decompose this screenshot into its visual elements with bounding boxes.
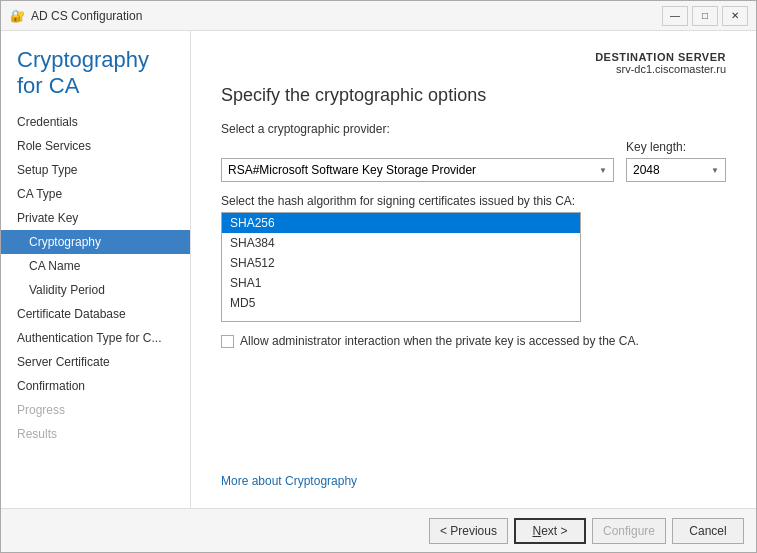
- admin-interaction-row: Allow administrator interaction when the…: [221, 334, 726, 348]
- window-title: AD CS Configuration: [31, 9, 662, 23]
- close-button[interactable]: ✕: [722, 6, 748, 26]
- sidebar-item-validity-period[interactable]: Validity Period: [1, 278, 190, 302]
- key-length-dropdown[interactable]: 2048 ▼: [626, 158, 726, 182]
- provider-dropdown-container: RSA#Microsoft Software Key Storage Provi…: [221, 158, 614, 182]
- cancel-button[interactable]: Cancel: [672, 518, 744, 544]
- hash-item-sha384[interactable]: SHA384: [222, 233, 580, 253]
- hash-item-sha512[interactable]: SHA512: [222, 253, 580, 273]
- link-row: More about Cryptography: [221, 458, 726, 488]
- hash-item-sha1[interactable]: SHA1: [222, 273, 580, 293]
- key-length-container: Key length: 2048 ▼: [626, 140, 726, 182]
- sidebar-title: Cryptography for CA: [17, 47, 174, 100]
- sidebar-item-cryptography[interactable]: Cryptography: [1, 230, 190, 254]
- next-button[interactable]: Next >: [514, 518, 586, 544]
- destination-server-label: DESTINATION SERVER: [221, 51, 726, 63]
- sidebar: Cryptography for CA CredentialsRole Serv…: [1, 31, 191, 508]
- hash-algorithm-label: Select the hash algorithm for signing ce…: [221, 194, 726, 208]
- provider-row: RSA#Microsoft Software Key Storage Provi…: [221, 140, 726, 182]
- sidebar-item-role-services[interactable]: Role Services: [1, 134, 190, 158]
- minimize-button[interactable]: —: [662, 6, 688, 26]
- sidebar-item-ca-name[interactable]: CA Name: [1, 254, 190, 278]
- key-length-value: 2048: [633, 163, 660, 177]
- sidebar-item-results: Results: [1, 422, 190, 446]
- destination-server-info: DESTINATION SERVER srv-dc1.ciscomaster.r…: [221, 51, 726, 75]
- hash-item-sha256[interactable]: SHA256: [222, 213, 580, 233]
- hash-list-container: SHA256SHA384SHA512SHA1MD5: [221, 212, 581, 322]
- sidebar-item-server-certificate[interactable]: Server Certificate: [1, 350, 190, 374]
- title-bar: 🔐 AD CS Configuration — □ ✕: [1, 1, 756, 31]
- maximize-button[interactable]: □: [692, 6, 718, 26]
- admin-interaction-label: Allow administrator interaction when the…: [240, 334, 639, 348]
- sidebar-item-confirmation[interactable]: Confirmation: [1, 374, 190, 398]
- provider-dropdown[interactable]: RSA#Microsoft Software Key Storage Provi…: [221, 158, 614, 182]
- app-icon: 🔐: [9, 8, 25, 24]
- main-area: Cryptography for CA CredentialsRole Serv…: [1, 31, 756, 508]
- sidebar-item-setup-type[interactable]: Setup Type: [1, 158, 190, 182]
- sidebar-item-auth-type[interactable]: Authentication Type for C...: [1, 326, 190, 350]
- sidebar-item-credentials[interactable]: Credentials: [1, 110, 190, 134]
- configure-button[interactable]: Configure: [592, 518, 666, 544]
- destination-server-name: srv-dc1.ciscomaster.ru: [221, 63, 726, 75]
- content-title: Specify the cryptographic options: [221, 85, 726, 106]
- sidebar-item-private-key[interactable]: Private Key: [1, 206, 190, 230]
- sidebar-nav: CredentialsRole ServicesSetup TypeCA Typ…: [1, 110, 190, 446]
- key-length-dropdown-arrow: ▼: [711, 166, 719, 175]
- content-panel: DESTINATION SERVER srv-dc1.ciscomaster.r…: [191, 31, 756, 508]
- window-controls: — □ ✕: [662, 6, 748, 26]
- previous-button[interactable]: < Previous: [429, 518, 508, 544]
- admin-interaction-checkbox[interactable]: [221, 335, 234, 348]
- hash-list[interactable]: SHA256SHA384SHA512SHA1MD5: [222, 213, 580, 321]
- provider-label: Select a cryptographic provider:: [221, 122, 726, 136]
- key-length-label: Key length:: [626, 140, 726, 154]
- sidebar-item-ca-type[interactable]: CA Type: [1, 182, 190, 206]
- next-button-label: Next >: [532, 524, 567, 538]
- hash-item-md5[interactable]: MD5: [222, 293, 580, 313]
- sidebar-item-progress: Progress: [1, 398, 190, 422]
- provider-dropdown-value: RSA#Microsoft Software Key Storage Provi…: [228, 163, 476, 177]
- more-about-link[interactable]: More about Cryptography: [221, 474, 357, 488]
- footer: < Previous Next > Configure Cancel: [1, 508, 756, 552]
- window: 🔐 AD CS Configuration — □ ✕ Cryptography…: [0, 0, 757, 553]
- provider-dropdown-arrow: ▼: [599, 166, 607, 175]
- sidebar-item-certificate-database[interactable]: Certificate Database: [1, 302, 190, 326]
- sidebar-header: Cryptography for CA: [1, 41, 190, 110]
